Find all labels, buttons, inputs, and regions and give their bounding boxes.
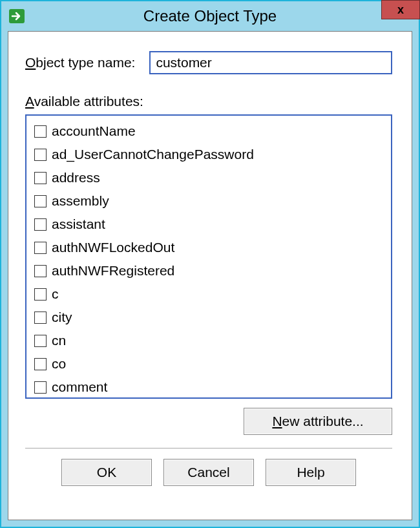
separator: [25, 448, 392, 449]
dialog-title: Create Object Type: [1, 7, 419, 25]
attribute-label: authNWFLockedOut: [52, 238, 174, 257]
checkbox-icon[interactable]: [34, 242, 47, 254]
list-item[interactable]: assembly: [29, 189, 388, 213]
attribute-label: co: [52, 354, 66, 374]
list-item[interactable]: accountName: [29, 120, 388, 143]
object-type-name-input[interactable]: [156, 55, 386, 70]
available-attributes-label: Available attributes:: [25, 94, 392, 109]
list-item[interactable]: address: [29, 166, 388, 189]
list-item[interactable]: assistant: [29, 213, 388, 236]
list-item[interactable]: authNWFRegistered: [29, 259, 388, 282]
close-button[interactable]: x: [381, 0, 420, 19]
attribute-label: assembly: [52, 191, 109, 211]
list-item[interactable]: comment: [29, 375, 388, 397]
object-type-name-label: Object type name:: [25, 55, 135, 70]
dialog-buttons: OK Cancel Help: [25, 459, 392, 486]
checkbox-icon[interactable]: [34, 381, 47, 394]
list-item[interactable]: c: [29, 282, 388, 306]
attribute-label: assistant: [52, 215, 105, 234]
title-bar: Create Object Type x: [1, 1, 419, 31]
checkbox-icon[interactable]: [34, 358, 47, 370]
attribute-label: ad_UserCannotChangePassword: [52, 145, 254, 164]
new-attribute-row: New attribute...: [25, 408, 392, 435]
ok-button[interactable]: OK: [61, 459, 152, 486]
list-item[interactable]: authNWFLockedOut: [29, 236, 388, 259]
checkbox-icon[interactable]: [34, 312, 47, 324]
list-item[interactable]: cn: [29, 329, 388, 352]
close-icon: x: [397, 3, 404, 17]
checkbox-icon[interactable]: [34, 125, 47, 138]
attribute-label: accountName: [52, 121, 136, 141]
checkbox-icon[interactable]: [34, 172, 47, 184]
attributes-scroll-region[interactable]: accountNamead_UserCannotChangePasswordad…: [26, 116, 391, 397]
checkbox-icon[interactable]: [34, 149, 47, 161]
object-name-row: Object type name:: [25, 51, 392, 74]
object-type-name-field-wrap: [149, 51, 392, 74]
attribute-label: comment: [52, 377, 107, 397]
checkbox-icon[interactable]: [34, 195, 47, 207]
checkbox-icon[interactable]: [34, 288, 47, 301]
cancel-button[interactable]: Cancel: [163, 459, 254, 486]
app-icon: [8, 8, 26, 25]
list-item[interactable]: city: [29, 306, 388, 329]
dialog-body: Object type name: Available attributes: …: [8, 31, 412, 520]
help-button[interactable]: Help: [266, 459, 356, 486]
dialog-window: Create Object Type x Object type name: A…: [0, 0, 420, 528]
attribute-label: cn: [52, 331, 66, 350]
attribute-label: city: [52, 308, 72, 327]
attribute-label: address: [52, 168, 100, 187]
checkbox-icon[interactable]: [34, 265, 47, 277]
attribute-label: authNWFRegistered: [52, 261, 174, 280]
attribute-label: c: [52, 284, 59, 304]
list-item[interactable]: co: [29, 352, 388, 375]
checkbox-icon[interactable]: [34, 218, 47, 231]
list-item[interactable]: ad_UserCannotChangePassword: [29, 143, 388, 166]
checkbox-icon[interactable]: [34, 335, 47, 347]
new-attribute-button[interactable]: New attribute...: [244, 408, 392, 435]
attributes-listbox: accountNamead_UserCannotChangePasswordad…: [25, 114, 392, 399]
